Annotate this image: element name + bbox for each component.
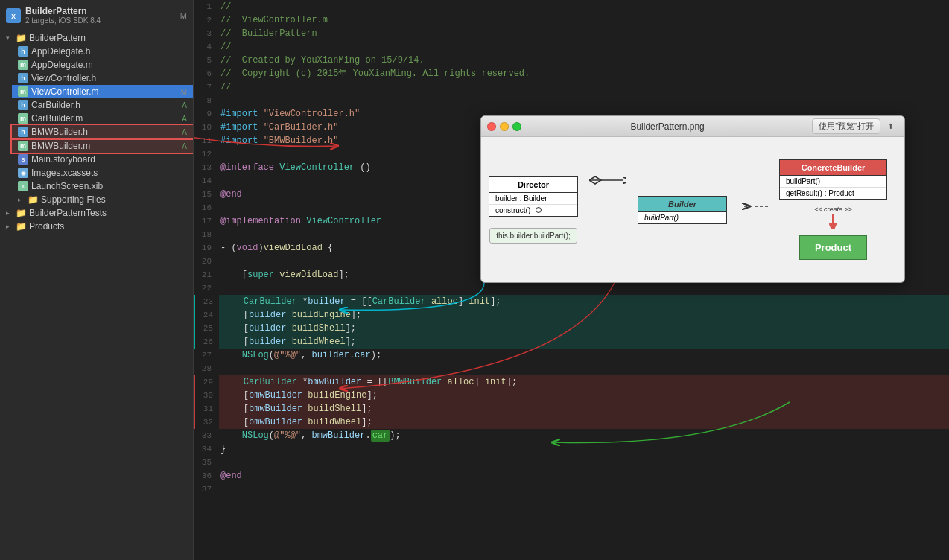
app-badge: M (180, 11, 187, 20)
code-line-25: 25 [builder buildShell]; (194, 322, 949, 335)
line-num: 18 (194, 228, 218, 241)
sidebar-label-carbuilder-h: CarBuilder.h (31, 100, 80, 110)
code-line-26: 26 [builder buildWheel]; (194, 335, 949, 349)
sidebar-label-main-storyboard: Main.storyboard (31, 154, 95, 165)
sidebar-item-appdelegate-m[interactable]: m AppDelegate.m (12, 58, 193, 71)
sidebar-item-launchscreen-xib[interactable]: X LaunchScreen.xib (12, 179, 193, 193)
line-num: 33 (194, 429, 218, 442)
h-icon: h (18, 100, 28, 110)
line-num: 3 (194, 27, 218, 40)
h-icon: h (18, 46, 28, 57)
line-num: 24 (195, 308, 219, 322)
arrow-icon: ▾ (6, 34, 13, 42)
line-num: 26 (195, 335, 219, 349)
close-button[interactable] (487, 122, 496, 131)
code-line-22: 22 (194, 281, 949, 295)
zoom-button[interactable] (512, 122, 521, 131)
diagram-titlebar: BuilderPattern.png 使用"预览"打开 ⬆ (481, 116, 904, 137)
sidebar-item-main-storyboard[interactable]: S Main.storyboard (12, 153, 193, 166)
traffic-lights (487, 122, 521, 131)
minimize-button[interactable] (500, 122, 509, 131)
code-line-8: 8 (194, 94, 949, 107)
line-content: [builder buildEngine]; (219, 308, 949, 322)
sidebar-item-bmwbuilder-m[interactable]: m BMWBuilder.m A (12, 139, 193, 153)
badge-a: A (182, 101, 187, 109)
line-num: 35 (194, 456, 218, 469)
sidebar-item-images-xcassets[interactable]: ◉ Images.xcassets (12, 166, 193, 179)
sidebar-item-appdelegate-h[interactable]: h AppDelegate.h (12, 45, 193, 58)
line-num: 28 (194, 362, 218, 375)
sidebar-label-launchscreen-xib: LaunchScreen.xib (31, 181, 103, 191)
line-content: [bmwBuilder buildEngine]; (219, 389, 949, 402)
app-title: BuilderPattern (25, 6, 101, 16)
code-line-37: 37 (194, 483, 949, 496)
sidebar-item-viewcontroller-h[interactable]: h ViewController.h (12, 71, 193, 85)
uml-concrete-header: ConcreteBuilder (780, 160, 886, 176)
line-content: // (218, 0, 949, 13)
file-tree: ▾ 📁 BuilderPattern h AppDelegate.h m App… (0, 28, 193, 236)
line-num: 17 (194, 214, 218, 228)
line-num: 31 (195, 402, 219, 416)
sidebar: X BuilderPattern 2 targets, iOS SDK 8.4 … (0, 0, 194, 560)
line-num: 30 (195, 389, 219, 402)
code-line-29: 29 CarBuilder *bmwBuilder = [[BMWBuilder… (194, 375, 949, 389)
sidebar-label-viewcontroller-m: ViewController.m (31, 86, 98, 97)
sidebar-label-bmwbuilder-h: BMWBuilder.h (31, 127, 88, 137)
uml-concrete-row1: buildPart() (780, 176, 886, 188)
code-line-7: 7 // (194, 80, 949, 94)
line-num: 5 (194, 54, 218, 67)
sidebar-label-builderpattern: BuilderPattern (29, 33, 86, 43)
line-num: 2 (194, 13, 218, 27)
code-line-27: 27 NSLog(@"%@", builder.car); (194, 349, 949, 362)
create-label: << create >> (814, 206, 852, 213)
sidebar-label-viewcontroller-h: ViewController.h (31, 73, 96, 83)
line-num: 10 (194, 121, 218, 134)
uml-director-header: Director (489, 177, 577, 193)
arrow-icon: ▸ (18, 196, 25, 203)
sidebar-label-products: Products (29, 221, 64, 232)
code-line-4: 4 // (194, 40, 949, 54)
line-content: [bmwBuilder buildShell]; (219, 402, 949, 416)
sidebar-item-tests[interactable]: ▸ 📁 BuilderPatternTests (0, 206, 193, 220)
line-content: [bmwBuilder buildWheel]; (219, 416, 949, 429)
line-content: CarBuilder *bmwBuilder = [[BMWBuilder al… (219, 375, 949, 389)
folder-icon: 📁 (16, 221, 26, 232)
badge-a: A (182, 115, 187, 123)
sidebar-item-products[interactable]: ▸ 📁 Products (0, 220, 193, 233)
open-preview-button[interactable]: 使用"预览"打开 (812, 118, 880, 134)
sidebar-item-viewcontroller-m[interactable]: m ViewController.m M (12, 85, 193, 98)
share-button[interactable]: ⬆ (883, 119, 898, 134)
line-num: 32 (195, 416, 219, 429)
uml-concrete-box: ConcreteBuilder buildPart() getResult() … (779, 159, 887, 200)
line-num: 22 (194, 281, 218, 295)
line-num: 7 (194, 80, 218, 94)
code-line-5: 5 // Created by YouXianMing on 15/9/14. (194, 54, 949, 67)
code-line-35: 35 (194, 456, 949, 469)
line-content: NSLog(@"%@", builder.car); (218, 349, 949, 362)
sidebar-item-carbuilder-h[interactable]: h CarBuilder.h A (12, 98, 193, 112)
code-line-24: 24 [builder buildEngine]; (194, 308, 949, 322)
line-num: 6 (194, 67, 218, 80)
line-num: 11 (194, 134, 218, 147)
app-subtitle: 2 targets, iOS SDK 8.4 (25, 16, 101, 25)
sidebar-label-supporting-files: Supporting Files (41, 194, 106, 205)
h-icon: h (18, 127, 28, 137)
uml-director-row2: construct() (489, 205, 577, 216)
sidebar-item-supporting-files[interactable]: ▸ 📁 Supporting Files (12, 193, 193, 206)
code-line-6: 6 // Copyright (c) 2015年 YouXianMing. Al… (194, 67, 949, 80)
line-content: [builder buildWheel]; (219, 335, 949, 349)
line-num: 14 (194, 174, 218, 188)
sidebar-item-bmwbuilder-h[interactable]: h BMWBuilder.h A (12, 125, 193, 139)
arrow-icon: ▸ (6, 209, 13, 217)
m-icon: m (18, 60, 28, 70)
folder-icon: 📁 (28, 194, 38, 205)
badge-a: A (182, 142, 187, 150)
uml-concrete-row2: getResult() : Product (780, 188, 886, 199)
sidebar-item-carbuilder-m[interactable]: m CarBuilder.m A (12, 112, 193, 125)
line-content: [builder buildShell]; (219, 322, 949, 335)
sidebar-label-appdelegate-m: AppDelegate.m (31, 60, 93, 70)
folder-icon: 📁 (16, 208, 26, 218)
code-line-32: 32 [bmwBuilder buildWheel]; (194, 416, 949, 429)
line-content: // Copyright (c) 2015年 YouXianMing. All … (218, 67, 949, 80)
sidebar-item-builderpattern[interactable]: ▾ 📁 BuilderPattern (0, 31, 193, 45)
